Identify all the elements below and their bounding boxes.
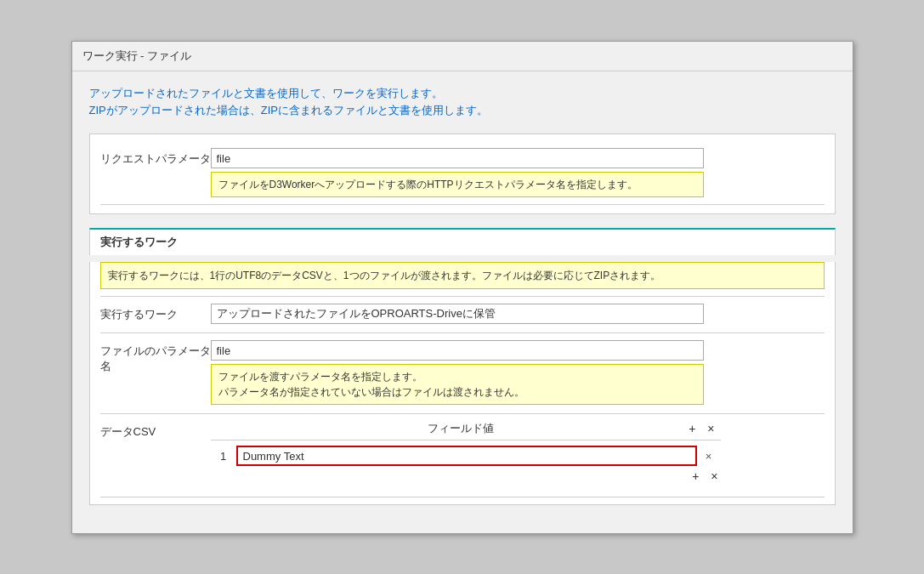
data-csv-label: データCSV	[100, 421, 211, 440]
data-csv-row: データCSV フィールド値 + ×	[100, 413, 825, 490]
work-name-input[interactable]	[211, 304, 704, 324]
work-section-body: 実行するワークには、1行のUTF8のデータCSVと、1つのファイルが渡されます。…	[89, 262, 836, 505]
title-bar: ワーク実行 - ファイル	[72, 42, 853, 71]
work-section: 実行するワーク 実行するワークには、1行のUTF8のデータCSVと、1つのファイ…	[89, 228, 836, 505]
csv-row-del-1[interactable]: ×	[697, 450, 721, 463]
work-info-box: 実行するワークには、1行のUTF8のデータCSVと、1つのファイルが渡されます。…	[100, 262, 825, 289]
request-param-row: リクエストパラメータ ファイルをD3Workerへアップロードする際のHTTPリ…	[100, 141, 825, 205]
data-csv-content: フィールド値 + × 1 ×	[211, 421, 825, 483]
csv-bottom-actions: + ×	[211, 469, 721, 483]
request-param-hint: ファイルをD3Workerへアップロードする際のHTTPリクエストパラメータ名を…	[211, 172, 704, 197]
file-param-row: ファイルのパラメータ名 ファイルを渡すパラメータ名を指定します。 パラメータ名が…	[100, 332, 825, 412]
description-line1: アップロードされたファイルと文書を使用して、ワークを実行します。	[89, 85, 836, 103]
bottom-divider	[100, 497, 825, 497]
csv-header-del-btn[interactable]: ×	[705, 422, 717, 435]
csv-bottom-del-btn[interactable]: ×	[708, 469, 720, 483]
request-param-input-col: ファイルをD3Workerへアップロードする際のHTTPリクエストパラメータ名を…	[211, 148, 825, 197]
request-param-input[interactable]	[211, 148, 704, 168]
csv-row-num-1: 1	[211, 450, 236, 463]
csv-header-actions: + ×	[686, 422, 720, 435]
file-param-label: ファイルのパラメータ名	[100, 340, 211, 374]
file-param-input[interactable]	[211, 340, 704, 361]
request-section: リクエストパラメータ ファイルをD3Workerへアップロードする際のHTTPリ…	[89, 134, 836, 214]
description-line2: ZIPがアップロードされた場合は、ZIPに含まれるファイルと文書を使用します。	[89, 102, 836, 120]
file-param-hint: ファイルを渡すパラメータ名を指定します。 パラメータ名が指定されていない場合はフ…	[211, 364, 704, 405]
work-name-input-col	[211, 304, 825, 324]
work-name-label: 実行するワーク	[100, 304, 211, 322]
file-param-input-col: ファイルを渡すパラメータ名を指定します。 パラメータ名が指定されていない場合はフ…	[211, 340, 825, 405]
window-title: ワーク実行 - ファイル	[82, 49, 192, 62]
csv-row-input-1[interactable]	[236, 446, 697, 466]
main-window: ワーク実行 - ファイル アップロードされたファイルと文書を使用して、ワークを実…	[71, 41, 853, 534]
csv-data-row-1: 1 ×	[211, 446, 721, 466]
csv-col-header: フィールド値 + ×	[211, 421, 721, 440]
request-param-label: リクエストパラメータ	[100, 148, 211, 167]
file-param-hint-line2: パラメータ名が指定されていない場合はファイルは渡されません。	[218, 384, 696, 400]
description-block: アップロードされたファイルと文書を使用して、ワークを実行します。 ZIPがアップ…	[89, 85, 836, 121]
work-name-row: 実行するワーク	[100, 296, 825, 331]
csv-col-field-label: フィールド値	[236, 421, 687, 436]
csv-bottom-add-btn[interactable]: +	[689, 469, 701, 483]
file-param-hint-line1: ファイルを渡すパラメータ名を指定します。	[218, 369, 696, 384]
csv-header-add-btn[interactable]: +	[686, 422, 698, 435]
work-section-header: 実行するワーク	[89, 228, 836, 255]
